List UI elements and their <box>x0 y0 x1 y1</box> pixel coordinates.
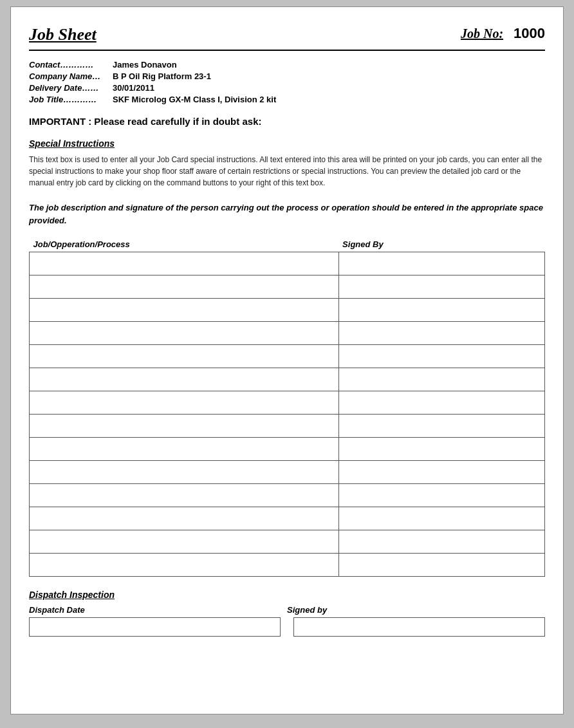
job-operation-cell[interactable] <box>30 391 339 415</box>
signed-by-cell[interactable] <box>338 391 544 415</box>
job-no-value: 1000 <box>514 25 545 42</box>
job-operation-cell[interactable] <box>30 461 339 484</box>
table-row <box>30 275 545 299</box>
dispatch-date-input[interactable] <box>29 617 281 637</box>
delivery-value: 30/01/2011 <box>113 83 154 93</box>
job-operation-cell[interactable] <box>30 322 339 345</box>
company-value: B P Oil Rig Platform 23-1 <box>113 71 211 81</box>
job-operation-cell[interactable] <box>30 554 339 577</box>
table-header-row: Job/Opperation/Process Signed By <box>30 237 545 252</box>
important-notice: IMPORTANT : Please read carefully if in … <box>29 113 545 129</box>
table-row <box>30 252 545 275</box>
contact-value: James Donavon <box>113 60 177 70</box>
table-row <box>30 484 545 507</box>
signed-by-cell[interactable] <box>338 438 544 461</box>
signed-by-cell[interactable] <box>338 415 544 438</box>
job-desc-note: The job description and signature of the… <box>29 201 545 227</box>
job-operation-cell[interactable] <box>30 507 339 530</box>
signed-by-cell[interactable] <box>338 507 544 530</box>
signed-by-cell[interactable] <box>338 530 544 554</box>
job-title-value: SKF Microlog GX-M Class I, Division 2 ki… <box>113 95 276 104</box>
job-operation-cell[interactable] <box>30 415 339 438</box>
job-operation-cell[interactable] <box>30 438 339 461</box>
job-operation-cell[interactable] <box>30 345 339 368</box>
dispatch-input-row <box>29 617 545 637</box>
dispatch-header-row: Dispatch Date Signed by <box>29 605 545 615</box>
signed-by-cell[interactable] <box>338 275 544 299</box>
signed-by-cell[interactable] <box>338 345 544 368</box>
signed-by-cell[interactable] <box>338 252 544 275</box>
signed-by-cell[interactable] <box>338 484 544 507</box>
signed-by-cell[interactable] <box>338 322 544 345</box>
table-row <box>30 299 545 322</box>
table-row <box>30 530 545 554</box>
table-row <box>30 461 545 484</box>
dispatch-title: Dispatch Inspection <box>29 590 545 600</box>
col2-header: Signed By <box>338 237 544 252</box>
company-label: Company Name… <box>29 71 113 81</box>
job-title-row: Job Title………… SKF Microlog GX-M Class I,… <box>29 95 545 104</box>
col1-header: Job/Opperation/Process <box>30 237 339 252</box>
signed-by-cell[interactable] <box>338 368 544 391</box>
table-row <box>30 507 545 530</box>
special-instructions-title: Special Instructions <box>29 138 545 149</box>
table-row <box>30 554 545 577</box>
table-row <box>30 322 545 345</box>
table-row <box>30 438 545 461</box>
special-instructions-text: This text box is used to enter all your … <box>29 154 545 189</box>
job-operation-cell[interactable] <box>30 299 339 322</box>
job-operation-cell[interactable] <box>30 368 339 391</box>
job-table: Job/Opperation/Process Signed By <box>29 237 545 577</box>
job-operation-cell[interactable] <box>30 275 339 299</box>
dispatch-signed-input[interactable] <box>293 617 545 637</box>
signed-by-cell[interactable] <box>338 461 544 484</box>
company-row: Company Name… B P Oil Rig Platform 23-1 <box>29 71 545 81</box>
job-operation-cell[interactable] <box>30 484 339 507</box>
table-row <box>30 415 545 438</box>
page-header: Job Sheet Job No: 1000 <box>29 25 545 51</box>
job-title-label: Job Title………… <box>29 95 113 104</box>
contact-label: Contact………… <box>29 60 113 70</box>
job-operation-cell[interactable] <box>30 252 339 275</box>
signed-by-cell[interactable] <box>338 299 544 322</box>
delivery-row: Delivery Date…… 30/01/2011 <box>29 83 545 93</box>
dispatch-section: Dispatch Inspection Dispatch Date Signed… <box>29 590 545 637</box>
table-row <box>30 391 545 415</box>
table-row <box>30 368 545 391</box>
table-row <box>30 345 545 368</box>
job-no-section: Job No: 1000 <box>461 25 545 42</box>
job-sheet-page: Job Sheet Job No: 1000 Contact………… James… <box>10 6 564 714</box>
signed-by-cell[interactable] <box>338 554 544 577</box>
dispatch-date-label: Dispatch Date <box>29 605 287 615</box>
page-title: Job Sheet <box>29 25 97 44</box>
dispatch-signed-label: Signed by <box>287 605 545 615</box>
info-section: Contact………… James Donavon Company Name… … <box>29 60 545 104</box>
job-no-label: Job No: <box>461 26 503 41</box>
job-operation-cell[interactable] <box>30 530 339 554</box>
delivery-label: Delivery Date…… <box>29 83 113 93</box>
contact-row: Contact………… James Donavon <box>29 60 545 70</box>
